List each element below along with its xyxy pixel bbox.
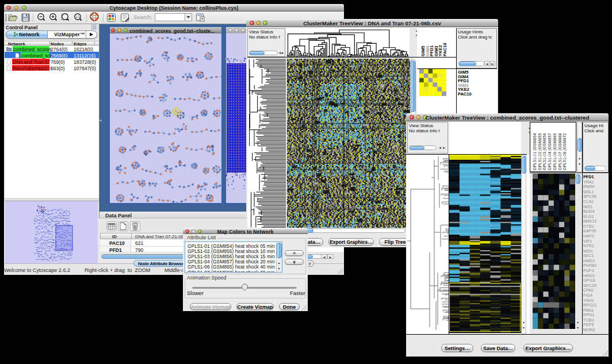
svg-text:Search:: Search: [133,14,152,20]
svg-text:1:1: 1:1 [75,15,80,18]
